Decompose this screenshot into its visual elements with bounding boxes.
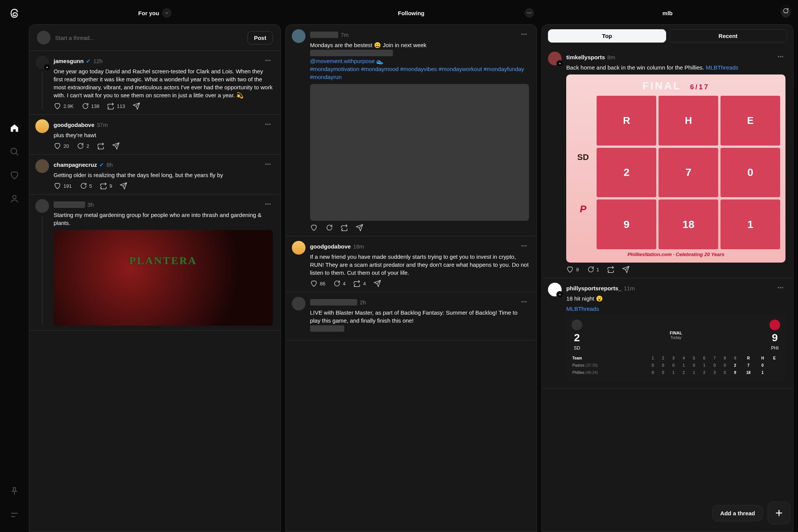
avatar[interactable] — [292, 297, 306, 310]
svg-point-33 — [780, 287, 781, 288]
repost-button[interactable]: 113 — [107, 102, 125, 110]
more-icon[interactable] — [519, 297, 529, 308]
post-text: Back home and back in the win column for… — [566, 63, 785, 71]
avatar[interactable]: + — [35, 55, 49, 69]
post-text: One year ago today David and Rachel scre… — [54, 67, 273, 99]
svg-point-23 — [522, 301, 522, 302]
box-score[interactable]: 2 SD FINAL Today 9 PHI — [566, 314, 785, 382]
repost-button[interactable]: 4 — [353, 280, 366, 287]
like-button[interactable]: 8 — [566, 266, 579, 273]
more-icon[interactable] — [519, 241, 529, 252]
add-badge-icon[interactable]: + — [556, 60, 563, 67]
add-badge-icon[interactable]: + — [44, 64, 51, 71]
svg-point-19 — [526, 34, 526, 35]
chevron-down-icon[interactable] — [162, 8, 171, 17]
share-button[interactable] — [120, 182, 127, 190]
avatar[interactable] — [35, 199, 49, 213]
username[interactable]: champagnecruz — [54, 162, 97, 168]
post: xxxxxxxxx 3h Starting my metal gardening… — [29, 195, 280, 331]
post: goodgodabove 18m If a new friend you hav… — [286, 236, 537, 292]
avatar[interactable]: + — [548, 52, 562, 65]
table-row: Padres (37-39) 00010100270 — [572, 362, 780, 369]
username[interactable]: goodgodabove — [310, 243, 351, 250]
repost-button[interactable] — [340, 224, 348, 231]
composer-input[interactable]: Start a thread... — [55, 35, 243, 41]
reply-button[interactable]: 5 — [79, 182, 92, 190]
post-image[interactable]: PLANTERA — [54, 230, 273, 326]
post-button[interactable]: Post — [247, 31, 273, 44]
column-for-you: For you Start a thread... Post + — [29, 2, 281, 532]
more-icon[interactable] — [263, 199, 273, 210]
reply-button[interactable]: 2 — [76, 142, 89, 150]
like-button[interactable]: 2.9K — [54, 102, 74, 110]
column-following: Following xxxxxxxx 7m Mond — [285, 2, 537, 532]
tab-recent[interactable]: Recent — [669, 29, 787, 43]
link[interactable]: MLBThreads — [706, 64, 738, 71]
reply-button[interactable]: 4 — [333, 280, 345, 287]
username[interactable]: phillysportsreports_ — [566, 285, 621, 291]
tab-top[interactable]: Top — [548, 29, 666, 43]
avatar[interactable] — [35, 119, 49, 133]
share-button[interactable] — [133, 102, 140, 110]
timestamp: 12h — [93, 58, 103, 64]
link[interactable]: MLBThreads — [566, 306, 785, 312]
like-button[interactable] — [310, 224, 318, 231]
nav-pin-icon[interactable] — [4, 481, 25, 502]
more-icon[interactable] — [263, 119, 273, 130]
threads-logo[interactable] — [8, 7, 21, 20]
repost-button[interactable]: 9 — [100, 182, 112, 190]
post-image[interactable] — [310, 84, 529, 221]
more-icon[interactable] — [263, 159, 273, 170]
username[interactable]: timkellysports — [566, 54, 605, 60]
post: + timkellysports 8m Back home and back i… — [542, 47, 793, 278]
repost-button[interactable] — [97, 142, 104, 150]
avatar[interactable]: + — [548, 283, 562, 296]
table-row: Phillies (48-24) 001212309181 — [572, 369, 780, 376]
share-button[interactable] — [622, 266, 630, 273]
username[interactable]: jamesgunn — [54, 58, 84, 64]
svg-point-21 — [524, 245, 524, 246]
svg-point-25 — [526, 301, 526, 302]
avatar[interactable] — [292, 241, 306, 255]
left-sidebar — [0, 0, 29, 532]
nav-home-icon[interactable] — [4, 118, 25, 138]
share-button[interactable] — [374, 280, 381, 287]
share-button[interactable] — [356, 224, 363, 231]
avatar[interactable] — [35, 159, 49, 173]
like-button[interactable]: 20 — [54, 142, 69, 150]
repost-button[interactable] — [607, 266, 614, 273]
svg-point-30 — [780, 56, 781, 57]
more-icon[interactable] — [776, 52, 785, 63]
post-text: Mondays are the bestest 😄 Join in next w… — [310, 41, 529, 81]
reply-button[interactable]: 138 — [81, 102, 100, 110]
more-icon[interactable] — [776, 283, 785, 294]
hashtags[interactable]: #mondaymotivation #mondaymood #mondayvib… — [310, 66, 524, 80]
reply-button[interactable]: 1 — [587, 266, 599, 273]
more-icon[interactable] — [263, 55, 273, 66]
more-icon[interactable] — [519, 29, 529, 40]
nav-activity-icon[interactable] — [4, 165, 25, 185]
refresh-icon[interactable] — [781, 5, 791, 16]
thread-line — [42, 216, 43, 326]
username[interactable]: goodgodabove — [54, 122, 95, 128]
nav-profile-icon[interactable] — [4, 188, 25, 209]
score-graphic[interactable]: FINAL 6/17 R H E SD 2 7 — [566, 74, 785, 263]
share-button[interactable] — [112, 142, 120, 150]
column-mlb: mlb Top Recent + timkellysports 8m — [542, 2, 793, 532]
like-button[interactable]: 86 — [310, 280, 325, 287]
svg-point-1 — [13, 195, 16, 199]
nav-menu-icon[interactable] — [4, 505, 25, 525]
composer-avatar[interactable] — [37, 31, 51, 44]
reply-button[interactable] — [325, 224, 333, 231]
like-button[interactable]: 191 — [54, 182, 72, 190]
mention-link[interactable]: @movement.withpurpose — [310, 58, 375, 64]
add-thread-button[interactable]: Add a thread — [712, 505, 763, 521]
compose-fab[interactable] — [768, 502, 790, 524]
post-text: Starting my metal gardening group for pe… — [54, 211, 273, 227]
add-badge-icon[interactable]: + — [556, 291, 563, 298]
post: + phillysportsreports_ 11m 18 hit night … — [542, 278, 793, 389]
column-menu-icon[interactable] — [525, 8, 534, 17]
avatar[interactable] — [292, 29, 306, 43]
nav-search-icon[interactable] — [4, 141, 25, 162]
verified-icon: ✔ — [99, 162, 104, 168]
